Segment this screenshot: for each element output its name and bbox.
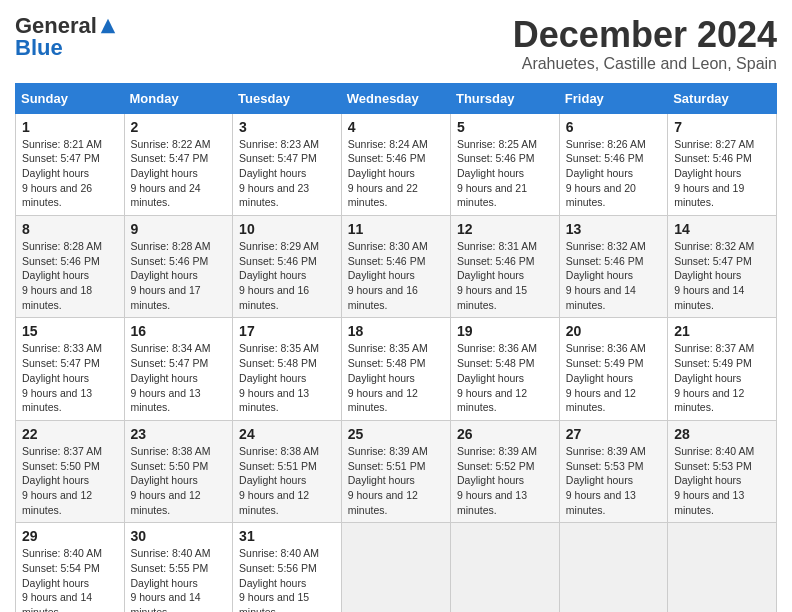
day-number: 26 (457, 426, 553, 442)
calendar-day-cell: 18Sunrise: 8:35 AMSunset: 5:48 PMDayligh… (341, 318, 450, 420)
day-number: 21 (674, 323, 770, 339)
day-number: 18 (348, 323, 444, 339)
weekday-header-sunday: Sunday (16, 83, 125, 113)
day-number: 7 (674, 119, 770, 135)
location-title: Arahuetes, Castille and Leon, Spain (513, 55, 777, 73)
day-info: Sunrise: 8:40 AMSunset: 5:54 PMDaylight … (22, 546, 118, 612)
day-number: 15 (22, 323, 118, 339)
weekday-header-wednesday: Wednesday (341, 83, 450, 113)
day-number: 4 (348, 119, 444, 135)
weekday-header-tuesday: Tuesday (233, 83, 342, 113)
day-number: 30 (131, 528, 227, 544)
day-info: Sunrise: 8:34 AMSunset: 5:47 PMDaylight … (131, 341, 227, 414)
day-info: Sunrise: 8:37 AMSunset: 5:50 PMDaylight … (22, 444, 118, 517)
day-info: Sunrise: 8:39 AMSunset: 5:51 PMDaylight … (348, 444, 444, 517)
day-info: Sunrise: 8:31 AMSunset: 5:46 PMDaylight … (457, 239, 553, 312)
calendar-day-cell: 13Sunrise: 8:32 AMSunset: 5:46 PMDayligh… (559, 216, 667, 318)
day-info: Sunrise: 8:32 AMSunset: 5:47 PMDaylight … (674, 239, 770, 312)
calendar-day-cell: 19Sunrise: 8:36 AMSunset: 5:48 PMDayligh… (450, 318, 559, 420)
calendar-day-cell: 15Sunrise: 8:33 AMSunset: 5:47 PMDayligh… (16, 318, 125, 420)
day-info: Sunrise: 8:40 AMSunset: 5:53 PMDaylight … (674, 444, 770, 517)
day-info: Sunrise: 8:23 AMSunset: 5:47 PMDaylight … (239, 137, 335, 210)
calendar-day-cell: 23Sunrise: 8:38 AMSunset: 5:50 PMDayligh… (124, 420, 233, 522)
logo-triangle-icon (99, 17, 117, 35)
day-info: Sunrise: 8:36 AMSunset: 5:49 PMDaylight … (566, 341, 661, 414)
day-info: Sunrise: 8:27 AMSunset: 5:46 PMDaylight … (674, 137, 770, 210)
calendar-day-cell: 29Sunrise: 8:40 AMSunset: 5:54 PMDayligh… (16, 523, 125, 612)
day-number: 8 (22, 221, 118, 237)
day-number: 16 (131, 323, 227, 339)
calendar-day-cell: 30Sunrise: 8:40 AMSunset: 5:55 PMDayligh… (124, 523, 233, 612)
day-number: 12 (457, 221, 553, 237)
day-number: 19 (457, 323, 553, 339)
day-number: 23 (131, 426, 227, 442)
logo-blue-text: Blue (15, 37, 63, 59)
calendar-day-cell: 1Sunrise: 8:21 AMSunset: 5:47 PMDaylight… (16, 113, 125, 215)
calendar-day-cell: 6Sunrise: 8:26 AMSunset: 5:46 PMDaylight… (559, 113, 667, 215)
calendar-day-cell: 27Sunrise: 8:39 AMSunset: 5:53 PMDayligh… (559, 420, 667, 522)
calendar-day-cell: 16Sunrise: 8:34 AMSunset: 5:47 PMDayligh… (124, 318, 233, 420)
day-info: Sunrise: 8:35 AMSunset: 5:48 PMDaylight … (348, 341, 444, 414)
day-number: 11 (348, 221, 444, 237)
calendar-day-cell (341, 523, 450, 612)
day-number: 13 (566, 221, 661, 237)
day-number: 5 (457, 119, 553, 135)
calendar-day-cell: 10Sunrise: 8:29 AMSunset: 5:46 PMDayligh… (233, 216, 342, 318)
day-info: Sunrise: 8:39 AMSunset: 5:52 PMDaylight … (457, 444, 553, 517)
calendar-week-row: 15Sunrise: 8:33 AMSunset: 5:47 PMDayligh… (16, 318, 777, 420)
day-number: 29 (22, 528, 118, 544)
header: General Blue December 2024 Arahuetes, Ca… (15, 15, 777, 73)
day-number: 3 (239, 119, 335, 135)
calendar-day-cell: 4Sunrise: 8:24 AMSunset: 5:46 PMDaylight… (341, 113, 450, 215)
calendar-day-cell: 24Sunrise: 8:38 AMSunset: 5:51 PMDayligh… (233, 420, 342, 522)
calendar-day-cell: 25Sunrise: 8:39 AMSunset: 5:51 PMDayligh… (341, 420, 450, 522)
day-number: 14 (674, 221, 770, 237)
day-info: Sunrise: 8:21 AMSunset: 5:47 PMDaylight … (22, 137, 118, 210)
day-number: 1 (22, 119, 118, 135)
weekday-header-saturday: Saturday (668, 83, 777, 113)
calendar-day-cell: 2Sunrise: 8:22 AMSunset: 5:47 PMDaylight… (124, 113, 233, 215)
day-info: Sunrise: 8:40 AMSunset: 5:56 PMDaylight … (239, 546, 335, 612)
calendar-day-cell: 21Sunrise: 8:37 AMSunset: 5:49 PMDayligh… (668, 318, 777, 420)
day-info: Sunrise: 8:40 AMSunset: 5:55 PMDaylight … (131, 546, 227, 612)
day-number: 27 (566, 426, 661, 442)
day-number: 25 (348, 426, 444, 442)
day-info: Sunrise: 8:35 AMSunset: 5:48 PMDaylight … (239, 341, 335, 414)
calendar-week-row: 29Sunrise: 8:40 AMSunset: 5:54 PMDayligh… (16, 523, 777, 612)
calendar-day-cell: 3Sunrise: 8:23 AMSunset: 5:47 PMDaylight… (233, 113, 342, 215)
calendar-day-cell: 8Sunrise: 8:28 AMSunset: 5:46 PMDaylight… (16, 216, 125, 318)
calendar-day-cell: 22Sunrise: 8:37 AMSunset: 5:50 PMDayligh… (16, 420, 125, 522)
calendar-table: SundayMondayTuesdayWednesdayThursdayFrid… (15, 83, 777, 612)
logo: General Blue (15, 15, 117, 59)
day-info: Sunrise: 8:26 AMSunset: 5:46 PMDaylight … (566, 137, 661, 210)
calendar-week-row: 8Sunrise: 8:28 AMSunset: 5:46 PMDaylight… (16, 216, 777, 318)
day-number: 9 (131, 221, 227, 237)
day-info: Sunrise: 8:39 AMSunset: 5:53 PMDaylight … (566, 444, 661, 517)
day-number: 17 (239, 323, 335, 339)
day-info: Sunrise: 8:29 AMSunset: 5:46 PMDaylight … (239, 239, 335, 312)
title-area: December 2024 Arahuetes, Castille and Le… (513, 15, 777, 73)
month-title: December 2024 (513, 15, 777, 55)
day-info: Sunrise: 8:38 AMSunset: 5:50 PMDaylight … (131, 444, 227, 517)
day-number: 28 (674, 426, 770, 442)
day-info: Sunrise: 8:38 AMSunset: 5:51 PMDaylight … (239, 444, 335, 517)
calendar-day-cell (559, 523, 667, 612)
day-info: Sunrise: 8:24 AMSunset: 5:46 PMDaylight … (348, 137, 444, 210)
calendar-day-cell: 7Sunrise: 8:27 AMSunset: 5:46 PMDaylight… (668, 113, 777, 215)
calendar-day-cell: 14Sunrise: 8:32 AMSunset: 5:47 PMDayligh… (668, 216, 777, 318)
logo-general-text: General (15, 15, 97, 37)
day-number: 6 (566, 119, 661, 135)
day-info: Sunrise: 8:22 AMSunset: 5:47 PMDaylight … (131, 137, 227, 210)
calendar-day-cell: 26Sunrise: 8:39 AMSunset: 5:52 PMDayligh… (450, 420, 559, 522)
weekday-header-friday: Friday (559, 83, 667, 113)
day-number: 22 (22, 426, 118, 442)
calendar-day-cell: 5Sunrise: 8:25 AMSunset: 5:46 PMDaylight… (450, 113, 559, 215)
day-info: Sunrise: 8:28 AMSunset: 5:46 PMDaylight … (22, 239, 118, 312)
weekday-header-monday: Monday (124, 83, 233, 113)
day-number: 24 (239, 426, 335, 442)
weekday-header-thursday: Thursday (450, 83, 559, 113)
day-info: Sunrise: 8:37 AMSunset: 5:49 PMDaylight … (674, 341, 770, 414)
svg-marker-0 (101, 19, 115, 33)
calendar-day-cell: 9Sunrise: 8:28 AMSunset: 5:46 PMDaylight… (124, 216, 233, 318)
calendar-day-cell (668, 523, 777, 612)
